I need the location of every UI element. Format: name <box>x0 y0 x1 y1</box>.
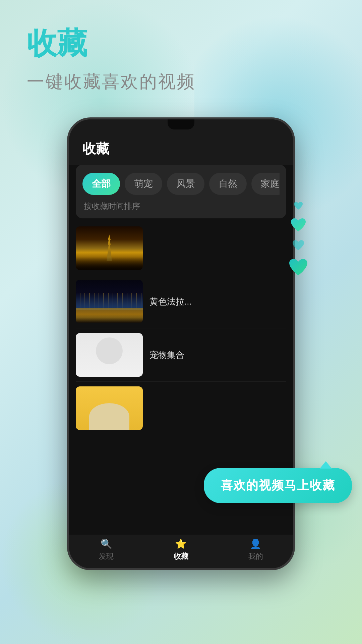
nav-label-favorites: 收藏 <box>174 551 188 561</box>
video-list: 黄色法拉... 宠物集合 <box>69 222 293 435</box>
video-item-2[interactable]: 黄色法拉... <box>76 275 286 328</box>
tab-pets[interactable]: 萌宠 <box>125 173 162 195</box>
video-item-3[interactable]: 宠物集合 <box>76 328 286 382</box>
heart-4 <box>288 258 308 277</box>
main-title: 收藏 <box>27 27 196 60</box>
cat-thumbnail <box>76 333 143 377</box>
profile-icon: 👤 <box>250 538 261 549</box>
hearts-container <box>288 201 308 277</box>
nav-item-discover[interactable]: 🔍 发现 <box>99 538 114 561</box>
discover-icon: 🔍 <box>101 538 112 549</box>
video-thumb-4 <box>76 386 143 430</box>
city-thumbnail <box>76 280 143 323</box>
nav-label-discover: 发现 <box>99 551 114 561</box>
favorites-icon: ⭐ <box>175 538 187 549</box>
app-screen-title: 收藏 <box>82 140 280 158</box>
video-title-2: 黄色法拉... <box>149 296 286 308</box>
video-thumb-3 <box>76 333 143 377</box>
nav-item-profile[interactable]: 👤 我的 <box>248 538 263 561</box>
sort-label: 按收藏时间排序 <box>82 201 280 212</box>
video-item-1[interactable] <box>76 222 286 275</box>
tooltip-bubble: 喜欢的视频马上收藏 <box>204 468 352 503</box>
video-item-4[interactable] <box>76 382 286 435</box>
dog-thumbnail <box>76 386 143 430</box>
header-area: 收藏 一键收藏喜欢的视频 <box>27 27 196 94</box>
tab-all[interactable]: 全部 <box>82 173 120 195</box>
video-thumb-2 <box>76 280 143 323</box>
phone-notch <box>168 119 194 129</box>
tab-family[interactable]: 家庭 <box>251 173 280 195</box>
tab-scenery[interactable]: 风景 <box>167 173 204 195</box>
tab-nature[interactable]: 自然 <box>209 173 247 195</box>
nav-label-profile: 我的 <box>248 551 263 561</box>
nav-item-favorites[interactable]: ⭐ 收藏 <box>174 538 188 561</box>
bottom-nav: 🔍 发现 ⭐ 收藏 👤 我的 <box>69 535 293 568</box>
tabs-row: 全部 萌宠 风景 自然 家庭 › <box>82 173 280 195</box>
video-title-3: 宠物集合 <box>149 349 286 361</box>
video-thumb-1 <box>76 226 143 270</box>
heart-1 <box>293 201 303 211</box>
eiffel-thumbnail <box>76 226 143 270</box>
video-info-3: 宠物集合 <box>149 349 286 361</box>
tabs-panel: 全部 萌宠 风景 自然 家庭 › 按收藏时间排序 <box>76 165 286 218</box>
sub-title: 一键收藏喜欢的视频 <box>27 70 196 94</box>
heart-3 <box>292 239 305 251</box>
heart-2 <box>290 217 307 233</box>
video-info-2: 黄色法拉... <box>149 296 286 308</box>
tooltip-text: 喜欢的视频马上收藏 <box>221 478 335 492</box>
